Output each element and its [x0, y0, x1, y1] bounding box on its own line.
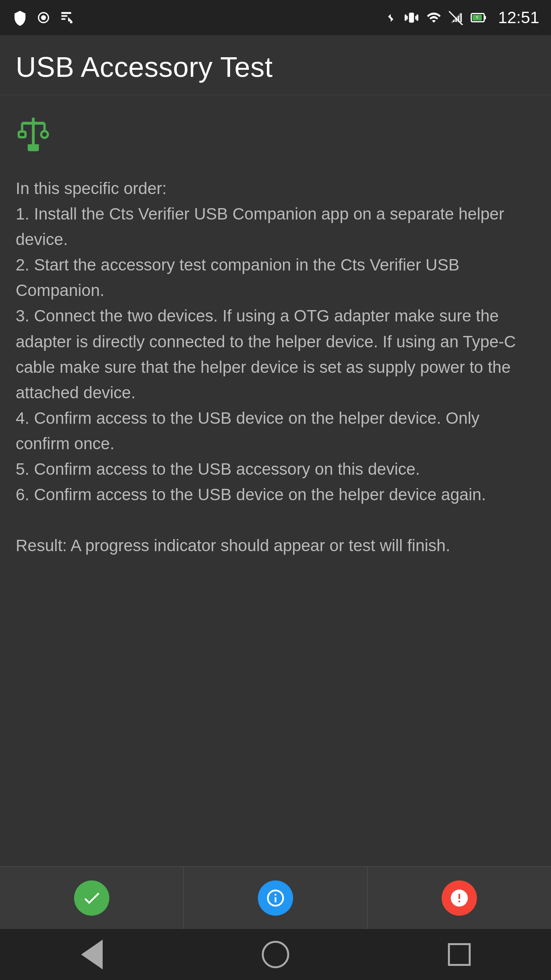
svg-rect-11 [415, 16, 416, 20]
svg-rect-2 [61, 12, 71, 14]
nav-home-button[interactable] [260, 939, 291, 970]
main-content: In this specific order: 1. Install the C… [0, 95, 551, 866]
usb-icon [16, 115, 535, 160]
step-3: 3. Connect the two devices. If using a O… [16, 307, 516, 401]
svg-rect-9 [417, 15, 419, 21]
home-icon [262, 941, 289, 968]
svg-rect-14 [458, 16, 459, 22]
bluetooth-icon [384, 10, 397, 25]
page-title: USB Accessory Test [16, 51, 535, 83]
fail-icon [442, 880, 477, 916]
battery-icon [471, 10, 487, 25]
svg-marker-5 [68, 17, 72, 21]
svg-rect-10 [406, 16, 408, 20]
bottom-button-bar [0, 866, 551, 929]
step-5: 5. Confirm access to the USB accessory o… [16, 460, 420, 478]
step-2: 2. Start the accessory test companion in… [16, 256, 459, 299]
wifi-icon [426, 10, 442, 25]
nav-recents-button[interactable] [444, 939, 475, 970]
signal-off-icon [449, 10, 464, 25]
svg-rect-13 [453, 20, 454, 22]
svg-rect-6 [70, 22, 72, 24]
shield-icon [12, 9, 28, 26]
instructions-text: In this specific order: 1. Install the C… [16, 176, 535, 855]
svg-rect-4 [61, 18, 65, 20]
svg-rect-26 [28, 146, 39, 151]
svg-rect-22 [19, 132, 25, 137]
intro-text: In this specific order: [16, 179, 167, 198]
back-icon [81, 940, 103, 969]
svg-point-1 [41, 15, 46, 20]
svg-rect-8 [404, 15, 406, 21]
app-bar: USB Accessory Test [0, 35, 551, 95]
status-left-icons [12, 9, 74, 26]
fail-button[interactable] [368, 867, 551, 929]
recents-icon [448, 943, 471, 966]
nav-back-button[interactable] [76, 939, 107, 970]
status-time: 12:51 [498, 8, 539, 27]
step-4: 4. Confirm access to the USB device on t… [16, 409, 480, 453]
svg-rect-3 [61, 15, 67, 17]
status-bar: 12:51 [0, 0, 551, 35]
record-icon [36, 10, 51, 25]
vibrate-icon [404, 10, 419, 25]
nav-bar [0, 929, 551, 980]
step-1: 1. Install the Cts Verifier USB Companio… [16, 205, 504, 249]
svg-point-24 [41, 131, 48, 138]
step-6: 6. Confirm access to the USB device on t… [16, 485, 486, 504]
result-text: Result: A progress indicator should appe… [16, 536, 450, 555]
info-icon [258, 880, 293, 916]
svg-rect-17 [484, 16, 486, 20]
svg-rect-12 [455, 18, 457, 22]
pass-button[interactable] [0, 867, 184, 929]
info-button[interactable] [184, 867, 368, 929]
pass-icon [74, 880, 109, 916]
download-icon [59, 10, 74, 25]
svg-rect-7 [409, 13, 414, 22]
svg-rect-15 [460, 13, 462, 22]
status-right-icons: 12:51 [384, 8, 539, 27]
